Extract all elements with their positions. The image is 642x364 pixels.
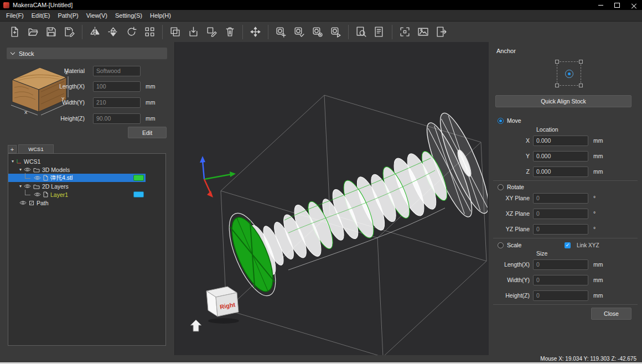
tree-item-label: 2D Layers [42, 183, 69, 190]
toolpath-check-icon[interactable] [290, 24, 308, 40]
quick-align-stock-button[interactable]: Quick Align Stock [495, 95, 631, 107]
new-file-icon[interactable] [6, 24, 24, 40]
edit-stock-button[interactable]: Edit [128, 127, 167, 138]
tree-item-2d-layers[interactable]: ▾ 2D Layers [8, 182, 165, 190]
menu-edit[interactable]: Edit(E) [28, 11, 54, 21]
menu-view[interactable]: View(V) [82, 11, 111, 21]
rotate-radio-row[interactable]: Rotate [498, 183, 524, 191]
location-z-input[interactable]: 0.000 [533, 167, 588, 177]
toolpath-simulate-icon[interactable] [327, 24, 345, 40]
menu-file[interactable]: File(F) [2, 11, 28, 21]
mirror-horizontal-icon[interactable] [86, 24, 104, 40]
viewport[interactable]: Right [174, 42, 489, 356]
x-label: X [489, 137, 533, 144]
width-input[interactable]: 210 [93, 97, 141, 108]
section-divider [493, 238, 638, 238]
rotate-xy-input[interactable]: 0 [533, 193, 588, 204]
rotate-yz-input[interactable]: 0 [533, 224, 588, 235]
move-radio[interactable] [498, 118, 504, 124]
capture-image-icon[interactable] [414, 24, 432, 40]
rotate-radio[interactable] [498, 184, 504, 190]
edit-object-icon[interactable] [203, 24, 221, 40]
eye-icon[interactable] [34, 192, 41, 197]
delete-icon[interactable] [221, 24, 239, 40]
open-icon[interactable] [24, 24, 42, 40]
maximize-icon [614, 3, 620, 8]
scale-radio[interactable] [498, 242, 504, 248]
chevron-down-icon[interactable]: ▾ [19, 165, 22, 174]
tree-item-layer1[interactable]: Layer1 [8, 190, 146, 199]
save-icon[interactable] [42, 24, 60, 40]
xz-plane-label: XZ Plane [489, 210, 533, 217]
fit-view-icon[interactable] [396, 24, 414, 40]
length-input[interactable]: 100 [93, 81, 141, 92]
toolbar-separator [268, 25, 268, 39]
eye-icon[interactable] [24, 167, 31, 172]
layer-color-swatch[interactable] [133, 191, 144, 197]
chevron-down-icon[interactable]: ▾ [19, 182, 22, 190]
anchor-corner-bottom-left[interactable] [555, 84, 559, 87]
find-object-icon[interactable] [352, 24, 370, 40]
document-list-icon[interactable] [370, 24, 389, 40]
move-axes-icon[interactable] [246, 24, 265, 40]
menu-help[interactable]: Help(H) [146, 11, 175, 21]
width-row: Width(Y) 210 mm [0, 97, 173, 108]
rotate-xz-input[interactable]: 0 [533, 209, 588, 219]
stock-section-header[interactable]: Stock [7, 48, 167, 59]
home-view-icon[interactable] [190, 320, 201, 331]
view-cube[interactable]: Right [206, 287, 239, 324]
minimize-button[interactable] [592, 0, 609, 10]
minimize-icon [598, 5, 603, 6]
title-bar: MakeraCAM-[Untitled] [0, 0, 642, 10]
menu-setting[interactable]: Setting(S) [111, 11, 146, 21]
toolpath-settings-icon[interactable] [308, 24, 327, 40]
size-height-row: Height(Z) 0 mm [489, 290, 642, 301]
import-to-stock-icon[interactable] [184, 24, 203, 40]
left-panel: Stock X Y Z Material Softwood Length(X) … [0, 42, 174, 356]
save-as-icon[interactable] [60, 24, 79, 40]
size-length-input[interactable]: 0 [533, 259, 588, 270]
viewport-canvas[interactable]: Right [175, 42, 488, 356]
tree-item-path[interactable]: Path [8, 199, 165, 207]
rotate-xy-row: XY Plane 0 ° [489, 193, 642, 204]
close-panel-button[interactable]: Close [591, 308, 631, 320]
maximize-button[interactable] [609, 0, 625, 10]
y-label: Y [489, 153, 533, 159]
height-input[interactable]: 90.00 [93, 113, 141, 124]
mirror-vertical-icon[interactable] [104, 24, 122, 40]
size-width-input[interactable]: 0 [533, 275, 588, 285]
anchor-corner-top-left[interactable] [555, 60, 559, 64]
material-label: Material [0, 67, 93, 74]
material-input[interactable]: Softwood [93, 66, 141, 76]
eye-icon[interactable] [19, 200, 27, 205]
location-y-input[interactable]: 0.000 [533, 151, 588, 162]
location-x-input[interactable]: 0.000 [533, 136, 588, 146]
link-xyz-checkbox[interactable]: ✓ [565, 242, 571, 248]
duplicate-icon[interactable] [166, 24, 184, 40]
link-xyz-row[interactable]: ✓ Link XYZ [565, 241, 599, 249]
anchor-center-point[interactable] [565, 70, 573, 78]
model-color-swatch[interactable] [133, 175, 144, 181]
rotate-icon[interactable] [122, 24, 141, 40]
menu-path[interactable]: Path(P) [54, 11, 82, 21]
eye-icon[interactable] [34, 175, 41, 180]
scale-radio-row[interactable]: Scale [498, 241, 521, 249]
status-bar: Mouse X: 19.034 Y: 119.303 Z: -42.675 [0, 355, 642, 362]
tree-item-wcs1[interactable]: ▾ WCS1 [8, 157, 165, 165]
close-button[interactable] [625, 0, 642, 10]
export-file-icon[interactable] [432, 24, 451, 40]
chevron-down-icon[interactable]: ▾ [12, 157, 14, 165]
tree-item-model-file[interactable]: 弹托4.stl [8, 174, 146, 182]
wcs-tab[interactable]: WCS1 [18, 144, 54, 153]
toolpath-add-icon[interactable] [272, 24, 290, 40]
folder-icon [33, 184, 40, 189]
array-copy-icon[interactable] [141, 24, 159, 40]
move-radio-row[interactable]: Move [498, 117, 521, 124]
anchor-corner-top-right[interactable] [579, 60, 583, 64]
add-wcs-tab-button[interactable]: + [8, 145, 17, 153]
size-height-input[interactable]: 0 [533, 290, 588, 301]
anchor-point-selector[interactable] [557, 61, 581, 86]
eye-icon[interactable] [24, 184, 31, 189]
tree-item-3d-models[interactable]: ▾ 3D Models [8, 165, 165, 174]
anchor-corner-bottom-right[interactable] [579, 84, 583, 87]
